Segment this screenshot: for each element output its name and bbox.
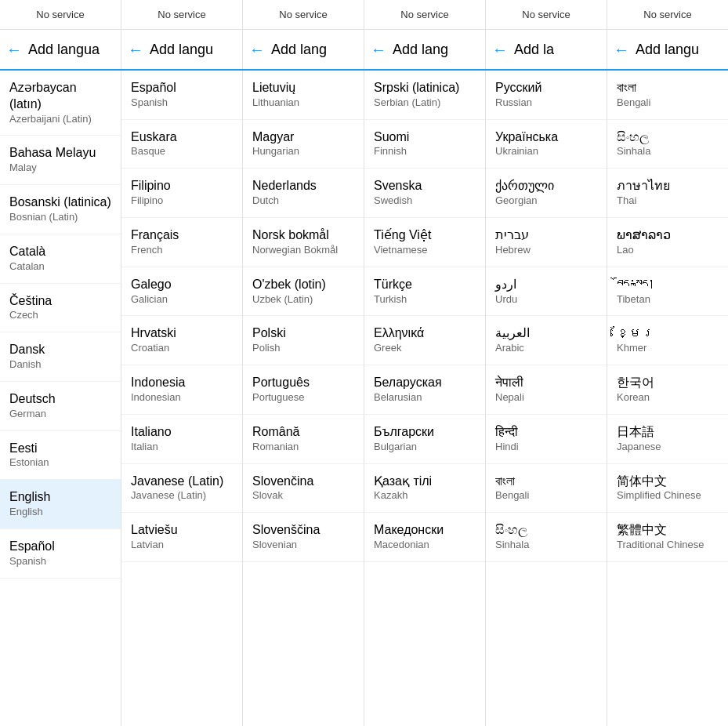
lang-item-5-2[interactable]: ภาษาไทยThai: [607, 169, 728, 218]
back-arrow-1[interactable]: ←: [128, 41, 143, 59]
lang-item-5-4[interactable]: བོད་སྐད།Tibetan: [607, 267, 728, 317]
lang-item-2-4[interactable]: O'zbek (lotin)Uzbek (Latin): [243, 267, 364, 317]
lang-english-2-7: Romanian: [252, 441, 354, 454]
lang-item-1-7[interactable]: ItalianoItalian: [121, 415, 242, 464]
lang-native-5-8: 简体中文: [617, 474, 719, 490]
lang-item-0-9[interactable]: EspañolSpanish: [0, 529, 121, 579]
lang-native-2-8: Slovenčina: [252, 474, 354, 490]
lang-native-3-5: Ελληνικά: [374, 325, 476, 342]
lang-item-5-9[interactable]: 繁體中文Traditional Chinese: [607, 513, 728, 562]
header-title-4: Add la: [514, 42, 554, 58]
lang-item-5-0[interactable]: বাংলাBengali: [607, 71, 728, 120]
lang-item-4-3[interactable]: עבריתHebrew: [486, 218, 607, 267]
status-segment-0: No service: [0, 0, 121, 29]
lang-item-0-2[interactable]: Bosanski (latinica)Bosnian (Latin): [0, 185, 121, 234]
lang-item-0-8[interactable]: EnglishEnglish: [0, 480, 121, 529]
header-title-0: Add langua: [28, 42, 100, 58]
lang-item-4-4[interactable]: اردوUrdu: [486, 267, 607, 317]
lang-item-0-6[interactable]: DeutschGerman: [0, 382, 121, 431]
lang-item-3-6[interactable]: БеларускаяBelarusian: [364, 365, 485, 415]
status-segment-5: No service: [607, 0, 728, 29]
lang-native-2-9: Slovenščina: [252, 522, 354, 539]
lang-item-0-3[interactable]: CatalàCatalan: [0, 234, 121, 284]
lang-item-0-0[interactable]: Azərbaycan (latın)Azerbaijani (Latin): [0, 71, 121, 136]
lang-native-1-0: Español: [131, 80, 233, 96]
lang-item-0-7[interactable]: EestiEstonian: [0, 431, 121, 481]
lang-item-5-3[interactable]: ພາສາລາວLao: [607, 218, 728, 267]
lang-item-1-9[interactable]: LatviešuLatvian: [121, 513, 242, 562]
lang-native-5-0: বাংলা: [617, 80, 719, 96]
lang-item-5-8[interactable]: 简体中文Simplified Chinese: [607, 464, 728, 514]
lang-english-2-9: Slovenian: [252, 539, 354, 552]
back-arrow-2[interactable]: ←: [249, 41, 265, 59]
lang-column-1: EspañolSpanishEuskaraBasqueFilipinoFilip…: [121, 71, 243, 726]
header-cell-3: ←Add lang: [364, 30, 486, 69]
lang-item-2-2[interactable]: NederlandsDutch: [243, 169, 364, 218]
lang-item-3-9[interactable]: МакедонскиMacedonian: [364, 513, 485, 562]
lang-item-5-5[interactable]: ខ្មែរKhmer: [607, 316, 728, 365]
lang-native-0-3: Català: [9, 244, 111, 260]
lang-native-4-1: Українська: [495, 129, 597, 146]
lang-item-4-8[interactable]: বাংলাBengali: [486, 464, 607, 514]
lang-english-3-9: Macedonian: [374, 539, 476, 552]
lang-item-2-6[interactable]: PortuguêsPortuguese: [243, 365, 364, 415]
lang-item-1-3[interactable]: FrançaisFrench: [121, 218, 242, 267]
lang-item-3-4[interactable]: TürkçeTurkish: [364, 267, 485, 317]
lang-item-4-9[interactable]: සිංහලSinhala: [486, 513, 607, 562]
lang-item-2-9[interactable]: SlovenščinaSlovenian: [243, 513, 364, 562]
lang-english-0-9: Spanish: [9, 555, 111, 568]
lang-item-4-2[interactable]: ქართულიGeorgian: [486, 169, 607, 218]
lang-item-2-7[interactable]: RomânăRomanian: [243, 415, 364, 464]
lang-native-0-9: Español: [9, 539, 111, 555]
lang-item-2-8[interactable]: SlovenčinaSlovak: [243, 464, 364, 514]
lang-english-0-1: Malay: [9, 162, 111, 175]
status-segment-2: No service: [243, 0, 364, 29]
lang-item-5-6[interactable]: 한국어Korean: [607, 365, 728, 415]
lang-english-5-7: Japanese: [617, 441, 719, 454]
lang-english-3-3: Vietnamese: [374, 244, 476, 257]
lang-item-3-2[interactable]: SvenskaSwedish: [364, 169, 485, 218]
lang-native-5-9: 繁體中文: [617, 522, 719, 539]
lang-item-4-0[interactable]: РусскийRussian: [486, 71, 607, 120]
lang-item-1-0[interactable]: EspañolSpanish: [121, 71, 242, 120]
lang-english-1-0: Spanish: [131, 96, 233, 110]
lang-item-4-7[interactable]: हिन्दीHindi: [486, 415, 607, 464]
lang-item-3-8[interactable]: Қазақ тіліKazakh: [364, 464, 485, 514]
lang-item-1-1[interactable]: EuskaraBasque: [121, 120, 242, 169]
lang-english-2-1: Hungarian: [252, 145, 354, 158]
lang-item-2-3[interactable]: Norsk bokmålNorwegian Bokmål: [243, 218, 364, 267]
lang-item-1-8[interactable]: Javanese (Latin)Javanese (Latin): [121, 464, 242, 514]
lang-item-0-5[interactable]: DanskDanish: [0, 332, 121, 382]
lang-item-1-6[interactable]: IndonesiaIndonesian: [121, 365, 242, 415]
lang-item-2-1[interactable]: MagyarHungarian: [243, 120, 364, 169]
lang-item-0-1[interactable]: Bahasa MelayuMalay: [0, 136, 121, 185]
lang-english-3-2: Swedish: [374, 194, 476, 208]
lang-item-1-2[interactable]: FilipinoFilipino: [121, 169, 242, 218]
lang-item-3-0[interactable]: Srpski (latinica)Serbian (Latin): [364, 71, 485, 120]
lang-item-4-5[interactable]: العربيةArabic: [486, 316, 607, 365]
lang-item-1-5[interactable]: HrvatskiCroatian: [121, 316, 242, 365]
lang-item-3-3[interactable]: Tiếng ViệtVietnamese: [364, 218, 485, 267]
back-arrow-5[interactable]: ←: [614, 41, 629, 59]
lang-item-2-0[interactable]: LietuviųLithuanian: [243, 71, 364, 120]
lang-item-2-5[interactable]: PolskiPolish: [243, 316, 364, 365]
back-arrow-0[interactable]: ←: [6, 41, 22, 59]
lang-item-5-1[interactable]: සිංහලSinhala: [607, 120, 728, 169]
lang-column-5: বাংলাBengaliසිංහලSinhalaภาษาไทยThaiພາສາລ…: [607, 71, 728, 726]
lang-item-3-7[interactable]: БългарскиBulgarian: [364, 415, 485, 464]
lang-english-2-6: Portuguese: [252, 391, 354, 405]
lang-item-3-5[interactable]: ΕλληνικάGreek: [364, 316, 485, 365]
header-row: ←Add langua←Add langu←Add lang←Add lang←…: [0, 30, 728, 71]
lang-item-4-1[interactable]: УкраїнськаUkrainian: [486, 120, 607, 169]
back-arrow-3[interactable]: ←: [371, 41, 386, 59]
lang-english-5-4: Tibetan: [617, 293, 719, 307]
back-arrow-4[interactable]: ←: [492, 41, 508, 59]
lang-item-1-4[interactable]: GalegoGalician: [121, 267, 242, 317]
lang-item-5-7[interactable]: 日本語Japanese: [607, 415, 728, 464]
lang-english-5-3: Lao: [617, 244, 719, 257]
lang-english-5-0: Bengali: [617, 96, 719, 110]
lang-item-0-4[interactable]: ČeštinaCzech: [0, 284, 121, 333]
lang-item-4-6[interactable]: नेपालीNepali: [486, 365, 607, 415]
lang-item-3-1[interactable]: SuomiFinnish: [364, 120, 485, 169]
lang-native-1-3: Français: [131, 227, 233, 244]
